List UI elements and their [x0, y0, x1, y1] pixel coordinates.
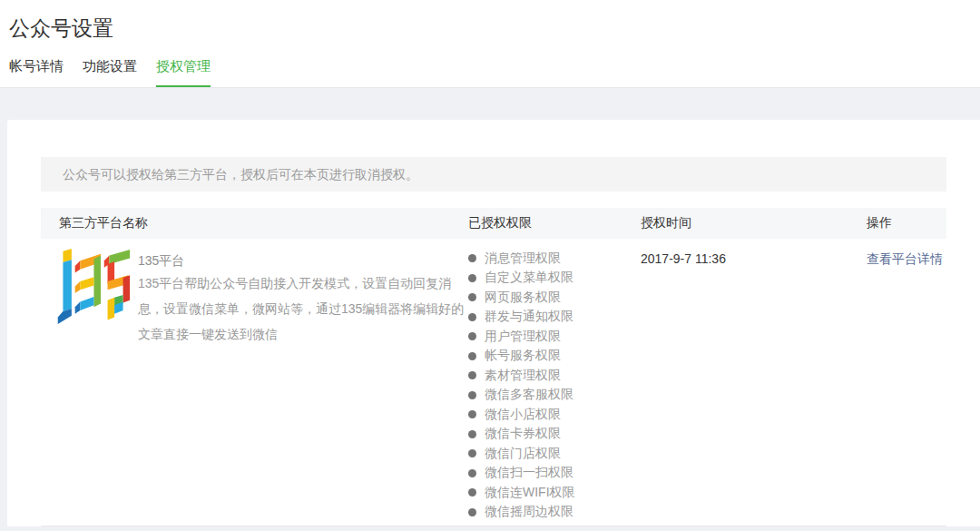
permission-item: 用户管理权限 — [468, 327, 641, 347]
permission-label: 用户管理权限 — [485, 329, 561, 345]
tab-account-details[interactable]: 帐号详情 — [9, 58, 64, 87]
permission-bullet-icon — [468, 293, 476, 301]
permission-bullet-icon — [468, 274, 476, 282]
permission-bullet-icon — [468, 508, 476, 516]
header-authorization-time: 授权时间 — [641, 215, 867, 231]
permission-item: 自定义菜单权限 — [468, 269, 641, 289]
permission-item: 消息管理权限 — [468, 249, 641, 269]
header-platform-name: 第三方平台名称 — [41, 215, 468, 231]
permission-bullet-icon — [468, 352, 476, 360]
operation-cell: 查看平台详情 — [867, 249, 946, 522]
permission-label: 微信卡券权限 — [485, 426, 561, 442]
permission-bullet-icon — [468, 430, 476, 438]
permission-bullet-icon — [468, 254, 476, 262]
permission-bullet-icon — [468, 410, 476, 418]
permission-bullet-icon — [468, 449, 476, 457]
permission-item: 微信多客服权限 — [468, 386, 641, 406]
permission-bullet-icon — [468, 313, 476, 321]
permission-label: 微信小店权限 — [485, 407, 561, 423]
permission-label: 消息管理权限 — [485, 251, 561, 267]
permission-label: 网页服务权限 — [485, 290, 561, 306]
permission-item: 微信摇周边权限 — [468, 503, 641, 523]
permission-label: 微信门店权限 — [485, 446, 561, 462]
permission-label: 微信扫一扫权限 — [485, 465, 573, 481]
permission-item: 微信门店权限 — [468, 444, 641, 464]
tab-bar: 帐号详情 功能设置 授权管理 — [0, 58, 980, 87]
authorized-platforms-table: 第三方平台名称 已授权权限 授权时间 操作 — [41, 208, 946, 526]
permissions-cell: 消息管理权限 自定义菜单权限 网页服务权限 群发与通知权限 用户管理权限 帐号服… — [468, 249, 641, 522]
header-operation: 操作 — [867, 215, 946, 231]
table-header-row: 第三方平台名称 已授权权限 授权时间 操作 — [41, 208, 946, 239]
page-title: 公众号设置 — [0, 0, 980, 42]
view-platform-details-link[interactable]: 查看平台详情 — [867, 249, 943, 268]
permission-label: 素材管理权限 — [485, 368, 561, 384]
permissions-list: 消息管理权限 自定义菜单权限 网页服务权限 群发与通知权限 用户管理权限 帐号服… — [468, 249, 641, 522]
permission-item: 素材管理权限 — [468, 366, 641, 386]
permission-label: 帐号服务权限 — [485, 348, 561, 364]
permission-item: 微信小店权限 — [468, 405, 641, 425]
platform-cell: 135平台 135平台帮助公众号自助接入开发模式，设置自动回复消息，设置微信菜单… — [41, 249, 468, 522]
permission-bullet-icon — [468, 371, 476, 379]
platform-name: 135平台 — [138, 251, 465, 270]
permission-bullet-icon — [468, 332, 476, 340]
permission-bullet-icon — [468, 469, 476, 477]
permission-item: 微信连WIFI权限 — [468, 483, 641, 503]
permission-label: 微信摇周边权限 — [485, 504, 573, 520]
header-authorized-permissions: 已授权权限 — [468, 215, 641, 231]
table-row: 135平台 135平台帮助公众号自助接入开发模式，设置自动回复消息，设置微信菜单… — [41, 239, 946, 526]
permission-label: 微信连WIFI权限 — [485, 485, 575, 501]
authorization-notice: 公众号可以授权给第三方平台，授权后可在本页进行取消授权。 — [41, 157, 946, 192]
authorization-time-cell: 2017-9-7 11:36 — [641, 249, 867, 522]
platform-logo-135-icon — [54, 249, 132, 326]
permission-item: 微信扫一扫权限 — [468, 464, 641, 484]
permission-item: 网页服务权限 — [468, 288, 641, 308]
authorization-time: 2017-9-7 11:36 — [641, 249, 867, 266]
permission-item: 群发与通知权限 — [468, 308, 641, 328]
permission-label: 微信多客服权限 — [485, 387, 573, 403]
permission-bullet-icon — [468, 391, 476, 399]
tab-authorization-management[interactable]: 授权管理 — [156, 58, 211, 87]
permission-label: 群发与通知权限 — [485, 309, 573, 325]
authorization-panel: 公众号可以授权给第三方平台，授权后可在本页进行取消授权。 第三方平台名称 已授权… — [7, 120, 980, 526]
permission-bullet-icon — [468, 488, 476, 497]
platform-info: 135平台 135平台帮助公众号自助接入开发模式，设置自动回复消息，设置微信菜单… — [138, 249, 465, 522]
permission-label: 自定义菜单权限 — [485, 270, 573, 286]
platform-description: 135平台帮助公众号自助接入开发模式，设置自动回复消息，设置微信菜单，微网站等，… — [138, 270, 465, 347]
tab-function-settings[interactable]: 功能设置 — [83, 58, 137, 87]
page-header: 公众号设置 帐号详情 功能设置 授权管理 — [0, 0, 980, 88]
permission-item: 帐号服务权限 — [468, 347, 641, 367]
permission-item: 微信卡券权限 — [468, 425, 641, 445]
